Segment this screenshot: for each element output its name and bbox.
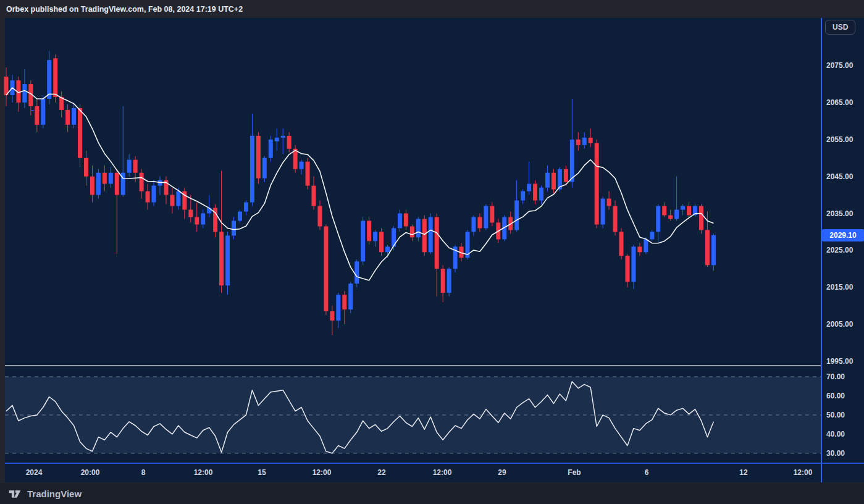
rsi-tick-label: 60.00	[826, 391, 845, 401]
tradingview-logo-icon	[7, 487, 22, 500]
rsi-tick-label: 50.00	[826, 410, 845, 420]
price-tick-label: 2055.00	[826, 135, 853, 145]
rsi-pane[interactable]	[5, 366, 821, 463]
time-tick-label: 12:00	[312, 468, 332, 477]
header-title: Orbex published on TradingView.com, Feb …	[6, 5, 243, 14]
tradingview-brand-label: TradingView	[27, 489, 82, 499]
time-tick-label: 2024	[26, 468, 43, 477]
header-bar: Orbex published on TradingView.com, Feb …	[0, 0, 864, 18]
footer-bar: TradingView	[0, 483, 864, 504]
time-tick-label: 12:00	[794, 468, 813, 477]
currency-scale-button[interactable]: USD	[825, 20, 855, 35]
tradingview-published-chart: Orbex published on TradingView.com, Feb …	[0, 0, 864, 504]
price-tick-label: 2075.00	[826, 61, 853, 70]
tradingview-attribution[interactable]: TradingView	[7, 487, 82, 500]
price-tick-label: 1995.00	[826, 356, 853, 366]
time-tick-label: 12:00	[433, 468, 452, 477]
last-price-badge: 2029.10	[822, 229, 864, 242]
price-pane[interactable]	[5, 18, 821, 366]
price-tick-label: 2015.00	[826, 282, 853, 292]
price-tick-label: 2005.00	[826, 319, 853, 329]
time-tick-label: 12	[739, 468, 747, 477]
time-tick-label: 8	[141, 468, 146, 477]
price-tick-label: 2065.00	[826, 98, 853, 107]
rsi-tick-label: 40.00	[826, 429, 845, 439]
time-tick-label: 29	[498, 468, 506, 477]
time-tick-label: Feb	[568, 468, 581, 477]
rsi-tick-label: 30.00	[826, 448, 845, 458]
time-tick-label: 12:00	[194, 468, 213, 477]
time-tick-label: 20:00	[81, 468, 100, 477]
price-tick-label: 2035.00	[826, 209, 853, 219]
time-tick-label: 15	[258, 468, 266, 477]
time-tick-label: 22	[377, 468, 385, 477]
price-tick-label: 2045.00	[826, 172, 853, 182]
price-tick-label: 2025.00	[826, 245, 853, 255]
rsi-tick-label: 70.00	[826, 372, 845, 382]
time-tick-label: 6	[645, 468, 649, 477]
